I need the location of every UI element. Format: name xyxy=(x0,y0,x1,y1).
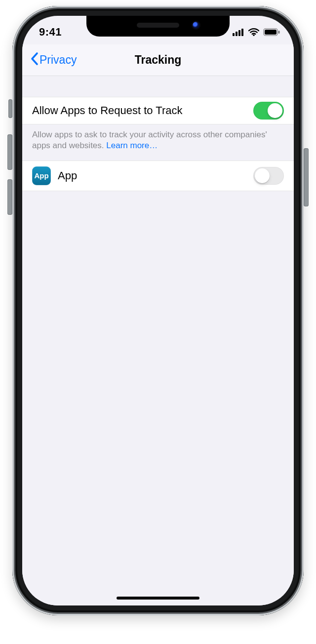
home-indicator[interactable] xyxy=(117,597,199,600)
svg-rect-1 xyxy=(236,32,237,36)
svg-rect-2 xyxy=(238,30,240,36)
app-icon: App xyxy=(32,166,51,185)
app-name: App xyxy=(58,169,77,182)
earpiece xyxy=(137,23,179,28)
hardware-silence-switch xyxy=(8,99,12,118)
svg-rect-7 xyxy=(278,31,280,34)
app-tracking-toggle[interactable] xyxy=(253,167,284,185)
cellular-icon xyxy=(233,28,244,36)
svg-rect-6 xyxy=(265,30,276,35)
battery-icon xyxy=(263,28,280,36)
allow-apps-request-toggle[interactable] xyxy=(253,102,284,120)
app-row: App App xyxy=(22,161,294,191)
wifi-icon xyxy=(248,28,259,36)
page-title: Tracking xyxy=(135,53,182,67)
hardware-power-button xyxy=(304,148,309,206)
section-footer: Allow apps to ask to track your activity… xyxy=(22,124,294,161)
learn-more-link[interactable]: Learn more… xyxy=(106,141,158,150)
front-camera xyxy=(192,21,200,30)
content: Allow Apps to Request to Track Allow app… xyxy=(22,76,294,605)
svg-point-4 xyxy=(253,35,254,36)
allow-apps-request-label: Allow Apps to Request to Track xyxy=(32,104,183,117)
svg-rect-0 xyxy=(233,33,235,36)
allow-apps-request-row: Allow Apps to Request to Track xyxy=(22,97,294,124)
chevron-left-icon xyxy=(30,52,39,69)
back-label: Privacy xyxy=(40,53,77,67)
status-time: 9:41 xyxy=(39,26,62,39)
navigation-bar: Privacy Tracking xyxy=(22,44,294,76)
screen: 9:41 xyxy=(22,16,294,605)
hardware-volume-up xyxy=(7,134,12,170)
back-button[interactable]: Privacy xyxy=(25,44,81,76)
svg-rect-3 xyxy=(241,29,243,36)
hardware-volume-down xyxy=(7,179,12,215)
device-frame: 9:41 xyxy=(12,6,304,615)
